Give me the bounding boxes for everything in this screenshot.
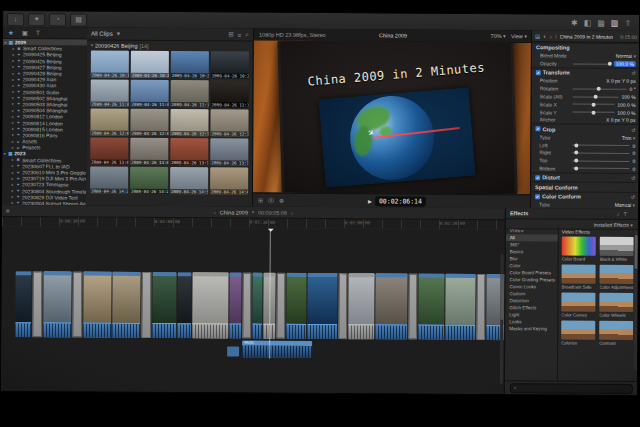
slider-knob[interactable] bbox=[574, 151, 578, 155]
slider-knob[interactable] bbox=[607, 62, 611, 66]
browser-clip[interactable]: 2009-04-26 10:26:51 bbox=[211, 51, 249, 78]
parameter-value[interactable]: X 0 px Y 0 px bbox=[606, 78, 636, 84]
timecode-display[interactable]: 00:02:06:14 bbox=[375, 196, 426, 206]
browser-clip[interactable]: 2009-04-26 13:02:44 bbox=[90, 138, 128, 165]
grid-view-icon[interactable]: ⊞ bbox=[228, 30, 234, 38]
search-icon[interactable]: ⌕ bbox=[245, 31, 249, 39]
browser-clip[interactable]: 2009-04-26 10:21:44 bbox=[131, 51, 169, 78]
reset-icon[interactable]: ↺ bbox=[631, 194, 635, 200]
parameter-slider[interactable] bbox=[573, 104, 615, 105]
effect-tile[interactable]: Broadcast Safe bbox=[561, 264, 595, 289]
parameter-value[interactable]: 100.0 % bbox=[617, 102, 635, 108]
effect-tile[interactable]: Color Wheels bbox=[599, 293, 633, 318]
media-browser-button[interactable]: ▤ bbox=[70, 13, 87, 26]
checkbox-icon[interactable]: ✓ bbox=[535, 175, 540, 180]
effect-tile[interactable]: Color Board bbox=[562, 236, 596, 261]
music-browser-icon[interactable]: ♪ bbox=[617, 211, 620, 217]
titles-generators-tab-icon[interactable]: T bbox=[36, 29, 40, 36]
browser-clip[interactable]: 2009-04-26 14:40:22 bbox=[210, 167, 248, 194]
connected-audio-clip[interactable]: Music bbox=[242, 341, 312, 358]
parameter-value[interactable]: 0 bbox=[633, 150, 636, 156]
browser-clip[interactable]: 2009-04-26 11:31:02 bbox=[171, 80, 209, 107]
slider-knob[interactable] bbox=[591, 110, 595, 114]
transition-clip[interactable] bbox=[72, 271, 82, 337]
timeline-clip[interactable] bbox=[152, 272, 176, 338]
keyword-editor-button[interactable]: ✦ bbox=[28, 13, 45, 26]
browser-clip[interactable]: 2009-04-26 12:10:33 bbox=[170, 109, 208, 136]
effects-search-input[interactable] bbox=[517, 385, 629, 392]
transition-clip[interactable] bbox=[141, 272, 151, 338]
import-media-button[interactable]: ↓ bbox=[7, 13, 24, 26]
parameter-slider[interactable] bbox=[573, 112, 615, 113]
connected-clip[interactable] bbox=[227, 346, 239, 356]
browser-clip[interactable]: 2009-04-26 10:24:18 bbox=[171, 51, 209, 78]
browser-clip[interactable]: 2009-04-26 14:32:49 bbox=[170, 167, 208, 194]
browser-clip[interactable]: 2009-04-26 13:18:05 bbox=[210, 138, 248, 165]
parameter-slider[interactable] bbox=[572, 168, 629, 169]
timeline-project-name[interactable]: China 2009 bbox=[220, 209, 248, 215]
timeline-clip[interactable] bbox=[15, 271, 31, 337]
browser-toggle-icon[interactable]: ◧ bbox=[584, 18, 592, 27]
background-tasks-button[interactable]: ◔ bbox=[49, 13, 66, 26]
reset-icon[interactable]: ↺ bbox=[632, 70, 636, 76]
checkbox-icon[interactable]: ✓ bbox=[535, 126, 540, 131]
browser-clip[interactable]: 2009-04-26 11:05:27 bbox=[131, 80, 169, 107]
timeline-clip[interactable] bbox=[229, 272, 241, 338]
browser-clip[interactable]: 2009-04-26 13:11:58 bbox=[170, 138, 208, 165]
slider-knob[interactable] bbox=[591, 103, 595, 107]
info-inspector-tab-icon[interactable]: i bbox=[555, 33, 556, 39]
timeline-clip[interactable] bbox=[177, 272, 191, 338]
parameter-slider[interactable] bbox=[573, 96, 619, 97]
checkbox-icon[interactable]: ✓ bbox=[535, 194, 540, 199]
timeline-clip[interactable] bbox=[83, 272, 111, 338]
effects-scrollbar[interactable] bbox=[634, 231, 638, 371]
parameter-slider[interactable] bbox=[573, 88, 627, 89]
browser-clip[interactable]: 2009-04-26 12:15:21 bbox=[210, 109, 248, 136]
viewer-view-menu[interactable]: View ▾ bbox=[511, 33, 527, 39]
transition-clip[interactable] bbox=[476, 274, 485, 340]
parameter-value[interactable]: 0 ° bbox=[630, 86, 636, 92]
effect-tile[interactable]: Color Adjustments bbox=[599, 265, 633, 290]
project-forward-icon[interactable]: › bbox=[291, 209, 293, 215]
audio-inspector-tab-icon[interactable]: ♪ bbox=[550, 33, 553, 39]
clip-filter-menu[interactable]: All Clips bbox=[91, 31, 113, 37]
timeline-clip[interactable] bbox=[418, 274, 444, 340]
share-icon[interactable]: ⇧ bbox=[624, 18, 631, 27]
timeline-clip[interactable] bbox=[43, 271, 71, 337]
timeline-clip[interactable] bbox=[307, 273, 337, 339]
timeline-clip[interactable] bbox=[192, 272, 228, 338]
parameter-slider[interactable] bbox=[572, 152, 629, 153]
timeline-clip[interactable] bbox=[252, 273, 262, 339]
parameter-value[interactable]: Manual bbox=[615, 202, 635, 208]
parameter-value[interactable]: X 0 px Y 0 px bbox=[606, 117, 636, 123]
inspector-toggle-icon[interactable]: ▥ bbox=[611, 18, 619, 27]
effects-category-masks-and-keying[interactable]: Masks and Keying bbox=[505, 325, 557, 332]
viewer-zoom-menu[interactable]: 70% ▾ bbox=[491, 33, 506, 39]
slider-knob[interactable] bbox=[574, 159, 578, 163]
effect-tile[interactable]: Contrast bbox=[599, 321, 633, 346]
transition-clip[interactable] bbox=[338, 273, 347, 339]
browser-clip[interactable]: 2009-04-26 14:21:30 bbox=[90, 167, 128, 194]
browser-clip[interactable]: 2009-04-26 13:06:12 bbox=[130, 138, 168, 165]
timeline-clip[interactable] bbox=[375, 273, 407, 339]
transition-clip[interactable] bbox=[32, 271, 42, 337]
video-inspector-tab-icon[interactable]: ▤ bbox=[535, 33, 540, 39]
browser-clip[interactable]: 2009-04-26 14:25:16 bbox=[130, 167, 168, 194]
libraries-tab-icon[interactable]: ★ bbox=[8, 29, 14, 37]
effect-tile[interactable]: Color Curves bbox=[561, 292, 595, 317]
parameter-value[interactable]: 0 bbox=[633, 142, 636, 148]
transition-clip[interactable] bbox=[242, 273, 251, 339]
parameter-value[interactable]: 0 bbox=[632, 166, 635, 172]
photos-audio-tab-icon[interactable]: ▣ bbox=[22, 29, 28, 37]
project-back-icon[interactable]: ‹ bbox=[214, 209, 216, 215]
list-view-icon[interactable]: ≡ bbox=[238, 31, 242, 38]
extensions-icon[interactable]: ✱ bbox=[571, 18, 578, 27]
parameter-slider[interactable] bbox=[572, 160, 629, 161]
slider-knob[interactable] bbox=[593, 95, 597, 99]
parameter-value[interactable]: 100 % bbox=[621, 94, 635, 100]
viewer-canvas[interactable]: China 2009 in 2 Minutes ✈ bbox=[253, 41, 532, 195]
browser-clip[interactable]: 2009-04-26 10:18:04 bbox=[91, 51, 129, 78]
reset-icon[interactable]: ↺ bbox=[631, 127, 635, 133]
slider-knob[interactable] bbox=[574, 167, 578, 171]
browser-clip[interactable]: 2009-04-26 11:34:40 bbox=[211, 80, 249, 107]
